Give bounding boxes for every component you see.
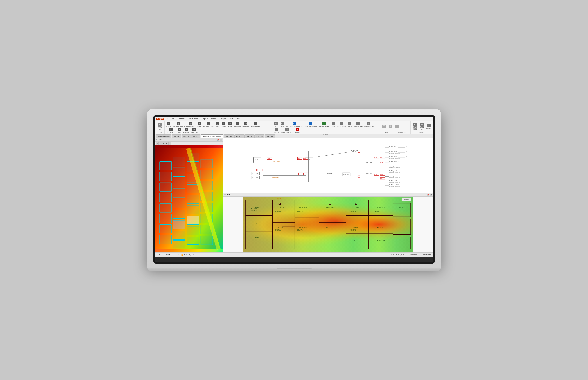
svg-text:Ant9: Ant9 [353,240,355,241]
tab-b1f31[interactable]: B1_F31 [265,134,275,137]
svg-rect-4 [159,193,171,202]
filter-btn[interactable]: ▽ Filter [214,122,220,127]
validate-label-btn[interactable]: ✓ Validate Label [353,122,363,127]
sys-upgrade-btn[interactable]: ↑ System Upgrade [318,122,330,127]
terminator-btn[interactable]: ⊣ Terminator [233,122,241,127]
ant-to-feeder-btn[interactable]: → Ant to [330,122,337,127]
panel-3d-toolbar: 3D ⟲ + - ⌂ [155,142,223,145]
ribbon: ↖ Select Hand General ⊙ Sour [155,121,433,134]
tab-b1f26[interactable]: B1_F26 [254,134,265,137]
assistance-label: Assistance [394,131,410,133]
select-button[interactable]: ↖ Select Hand [156,123,163,130]
rotate-left-btn[interactable]: ↺ Rotate Left [419,123,425,130]
svg-text:B1_F30_Ant15: B1_F30_Ant15 [353,207,360,208]
align-btn2[interactable]: ⊥ [387,124,393,129]
toolbar-3d-btn1[interactable]: 3D [156,142,159,145]
svg-text:Azimuth: 90°: Azimuth: 90° [275,211,281,212]
menu-view[interactable]: View [229,118,234,120]
filter-icon: ▽ [215,122,219,125]
svg-rect-5 [159,204,171,212]
svg-text:Downtilt:90°: Downtilt:90° [275,209,281,211]
slot-btn[interactable]: Sl Slot [273,122,279,127]
tab-b1f5[interactable]: B1_F5 [181,134,191,137]
smart-rotate-btn[interactable]: ↻ Smart Rotate [337,122,346,127]
bridge-btn[interactable]: ⊔ Bridge [227,122,233,127]
cable-device-attach-btn[interactable]: ⊂ Cable/Device Attach [280,128,294,133]
point-signal-tab[interactable]: 📶 Point Signal [181,254,194,256]
menu-building[interactable]: Building [167,118,175,120]
directional-antenna-btn[interactable]: ◈ Directional Antenna [172,122,185,127]
message-list-tab[interactable]: ✉ Message List [166,254,179,256]
toolbar-3d-btn2[interactable]: ⟲ [159,142,162,145]
conn-asst-lite-btn[interactable]: CA Connection Assistant Lite [286,122,303,127]
source-icon: ⊙ [167,122,170,125]
ribbon-group-subview: ⇔ Mirror Right ↺ Rotate Left ⊡ Subview [411,121,433,133]
panel-network-top[interactable]: B1_F31_Src2 -45.0 B1_F7_Reg1 B1_F7_PS2 [223,138,433,193]
trunk-repeater-btn[interactable]: Tr Trunk Repeater [250,122,261,127]
misc-btn[interactable]: ⊕ Misc [177,128,183,133]
reg1-label: B1_F7_Reg1 [252,173,258,174]
tab-network-system-design[interactable]: Network System Design [201,134,223,137]
coord-text: X:0m, Y:0m, Z:0m | Lat:4.666269, Lonc:-7… [391,254,431,256]
match-azimuth-btn[interactable]: ≡ Match [347,122,353,127]
point-signal-label: Point Signal [184,254,194,256]
menu-plugins[interactable]: Plugins [219,118,227,120]
mirror-right-btn[interactable]: ⇔ Mirror Right [411,123,418,130]
menu-network[interactable]: Network [177,118,186,120]
cable-8m: 8m [381,145,382,146]
cable-tray-btn[interactable]: ⊟ Cable Tray [190,128,198,133]
panel-close-btn[interactable]: ✕ [220,139,222,141]
source-btn[interactable]: ⊙ Source [165,122,172,127]
radiating-cable-btn[interactable]: ⊟ Radiating Cable [203,122,214,127]
assist-btn1[interactable]: ? [394,124,400,129]
svg-rect-13 [173,199,185,208]
arrange-group-btn[interactable]: ⊞ Arrange Group [363,122,374,127]
tab-outdoorlayout[interactable]: OutdoorLayout [156,134,172,137]
menu-report[interactable]: Report [201,118,208,120]
ant16-label: B1_F30_Ant16 [389,170,396,171]
val1: -45.0 [267,158,270,159]
toolbar-3d-btn4[interactable]: - [165,142,168,145]
ant14-sub: Downtilt:90° Azimuth: 90° [389,186,400,187]
menu-qa[interactable]: QA [237,118,241,120]
menu-project[interactable]: Project [157,117,164,120]
val-left2-t: 134.8 [258,169,261,171]
menu-insert[interactable]: Insert [211,118,217,120]
cable-crossing-btn[interactable]: ✕ Crossing [183,128,190,133]
measure-btn[interactable]: ↔ Measure [273,128,280,133]
fiber-repeater-btn[interactable]: Fi Fiber Repeater [165,128,176,133]
menu-calculation[interactable]: Calculation [188,118,199,120]
floor-plan-title: B1_F30 [224,194,230,196]
svg-text:Downtilt:90°: Downtilt:90° [350,209,356,211]
tab-b1f9[interactable]: B1_F9 [245,134,254,137]
ant11-sub: Downtilt:90° Azimuth: 90° [389,148,400,149]
cable-icon: ≈ [197,122,201,125]
val-l2-t: 122.3 [304,173,307,175]
failure-btn[interactable]: ! Failure [294,128,301,133]
attenuator-btn[interactable]: Att Attenuator [242,122,249,127]
subview-btn[interactable]: ⊡ Subview [426,123,432,129]
floor-pin-btn[interactable]: 📌 [427,194,429,196]
riser-btn[interactable]: Rs Riser [279,122,285,127]
conn-asst-btn[interactable]: CA Connection Assistant [303,122,318,127]
floor-plan-content[interactable]: F30_Ant2 Downtilt:90° Azimuth: 90° F30_A… [223,197,433,252]
splitter-btn[interactable]: ⑂ Splitter [221,122,227,127]
signal-icon: 📶 [181,254,183,256]
coordinates-display: X:0m, Y:0m, Z:0m | Lat:4.666269, Lonc:-7… [391,254,431,256]
toolbar-3d-btn3[interactable]: + [162,142,165,145]
svg-text:F30_Ant12: F30_Ant12 [377,227,383,228]
floor-close-btn[interactable]: ✕ [430,194,432,196]
omni-antenna-btn[interactable]: ◎ Omni Antenna [186,122,196,127]
tab-b1f1[interactable]: B1_F1 [172,134,181,137]
message-icon: ✉ [166,254,168,256]
view-3d-canvas[interactable] [155,145,223,252]
align-btn1[interactable]: ⊤ [381,124,387,129]
toolbar-3d-btn5[interactable]: ⌂ [168,142,171,145]
panel-pin-btn[interactable]: 📌 [217,139,219,141]
tasks-tab[interactable]: ☑ Tasks [157,254,163,256]
ps7-label: B1_F30_PS7 [342,174,349,175]
tab-b1f7[interactable]: B1_F7 [191,134,200,137]
tab-b1f18[interactable]: B1_F18 [224,134,234,137]
tab-b1f10[interactable]: B1_F10 [234,134,245,137]
cable-btn[interactable]: ≈ Cable [196,122,202,127]
